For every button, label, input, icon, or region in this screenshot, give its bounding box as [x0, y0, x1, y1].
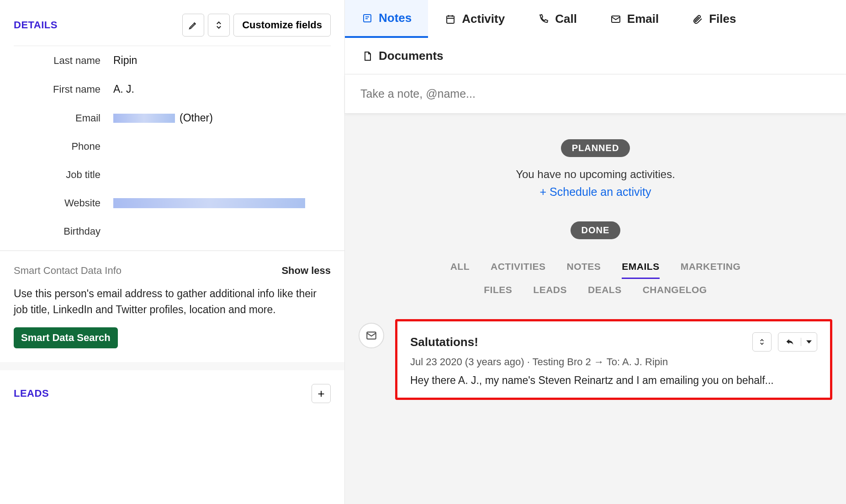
customize-fields-button[interactable]: Customize fields [233, 14, 331, 37]
tab-email[interactable]: Email [593, 0, 675, 38]
email-to-prefix: To: [607, 356, 620, 368]
smart-contact-section: Smart Contact Data Info Show less Use th… [0, 250, 344, 362]
details-actions: Customize fields [182, 14, 331, 37]
tab-label: Activity [462, 12, 505, 26]
email-from: Testing Bro 2 [532, 356, 591, 368]
planned-section: PLANNED You have no upcoming activities.… [345, 116, 846, 199]
email-card[interactable]: Salutations! [395, 319, 832, 400]
filter-deals[interactable]: DEALS [588, 284, 622, 301]
email-body-preview: Hey there A. J., my name's Steven Reinar… [410, 374, 817, 387]
reply-split-button [778, 332, 817, 352]
email-subject: Salutations! [410, 335, 478, 349]
field-label: First name [14, 84, 100, 95]
tabs-bar: Notes Activity Call Email [345, 0, 846, 74]
field-label: Email [14, 112, 100, 124]
field-birthday[interactable]: Birthday [0, 217, 344, 246]
note-composer[interactable] [345, 74, 846, 114]
edit-button[interactable] [182, 14, 204, 37]
filter-emails[interactable]: EMAILS [622, 261, 659, 279]
done-filters: ALL ACTIVITIES NOTES EMAILS MARKETING [345, 250, 846, 279]
tab-activity[interactable]: Activity [428, 0, 521, 38]
tab-files[interactable]: Files [675, 0, 752, 38]
smart-data-search-button[interactable]: Smart Data Search [14, 327, 118, 348]
chevrons-vertical-icon [214, 20, 223, 30]
field-label: Phone [14, 141, 100, 152]
reply-icon [785, 338, 795, 346]
schedule-activity-link[interactable]: + Schedule an activity [345, 185, 846, 199]
smart-description: Use this person's email address to gathe… [14, 286, 331, 317]
filter-leads[interactable]: LEADS [533, 284, 567, 301]
email-date: Jul 23 2020 (3 years ago) [410, 356, 524, 368]
filter-all[interactable]: ALL [450, 261, 470, 279]
tab-label: Email [627, 12, 659, 26]
smart-title: Smart Contact Data Info [14, 265, 122, 277]
filter-notes[interactable]: NOTES [566, 261, 601, 279]
field-last-name[interactable]: Last name Ripin [0, 46, 344, 75]
tab-label: Documents [379, 49, 444, 63]
email-type: (Other) [180, 112, 213, 124]
field-website[interactable]: Website [0, 189, 344, 217]
email-to: A. J. Ripin [622, 356, 668, 368]
paperclip-icon [692, 13, 703, 25]
caret-down-icon [806, 340, 812, 344]
filter-activities[interactable]: ACTIVITIES [491, 261, 546, 279]
phone-icon [538, 13, 550, 25]
reply-dropdown[interactable] [801, 340, 817, 344]
redacted-website [113, 198, 305, 208]
field-value: (Other) [113, 112, 213, 124]
activity-panel: Notes Activity Call Email [345, 0, 846, 504]
done-section: DONE [345, 199, 846, 250]
timeline-item: Salutations! [345, 301, 846, 414]
field-job-title[interactable]: Job title [0, 161, 344, 189]
reorder-button[interactable] [208, 14, 230, 37]
svg-rect-1 [447, 16, 454, 23]
done-filters-row2: FILES LEADS DEALS CHANGELOG [345, 279, 846, 301]
envelope-icon [610, 13, 622, 25]
tab-label: Notes [379, 11, 412, 25]
no-upcoming-text: You have no upcoming activities. [345, 168, 846, 181]
leads-section: LEADS + [0, 362, 344, 417]
pencil-icon [188, 20, 198, 30]
done-pill: DONE [571, 221, 621, 239]
field-phone[interactable]: Phone [0, 132, 344, 161]
tab-documents[interactable]: Documents [345, 38, 460, 74]
plus-icon: + [317, 387, 324, 401]
field-label: Last name [14, 55, 100, 67]
field-first-name[interactable]: First name A. J. [0, 75, 344, 104]
filter-changelog[interactable]: CHANGELOG [643, 284, 707, 301]
details-panel: DETAILS Customize fields Last name Ripin [0, 0, 345, 504]
filter-marketing[interactable]: MARKETING [681, 261, 741, 279]
tab-label: Call [555, 12, 577, 26]
field-value: A. J. [113, 83, 134, 95]
planned-pill: PLANNED [561, 139, 630, 157]
note-icon [361, 12, 373, 24]
calendar-icon [444, 13, 456, 25]
field-email[interactable]: Email (Other) [0, 104, 344, 132]
field-label: Website [14, 197, 100, 209]
tab-label: Files [709, 12, 736, 26]
chevrons-vertical-icon [758, 337, 766, 346]
tab-notes[interactable]: Notes [345, 0, 428, 38]
redacted-email [113, 114, 175, 123]
details-title: DETAILS [14, 19, 58, 31]
document-icon [361, 50, 373, 62]
leads-title: LEADS [14, 388, 49, 399]
note-input[interactable] [360, 87, 830, 100]
field-value: Ripin [113, 54, 137, 67]
reply-button[interactable] [778, 338, 801, 346]
add-lead-button[interactable]: + [312, 384, 331, 403]
email-actions [752, 332, 817, 352]
field-label: Job title [14, 169, 100, 181]
filter-files[interactable]: FILES [484, 284, 512, 301]
tab-call[interactable]: Call [521, 0, 593, 38]
timeline-email-icon [359, 323, 384, 348]
expand-button[interactable] [752, 332, 772, 352]
show-less-toggle[interactable]: Show less [281, 265, 331, 277]
field-value [113, 198, 305, 208]
email-meta: Jul 23 2020 (3 years ago) · Testing Bro … [410, 356, 817, 368]
field-label: Birthday [14, 226, 100, 237]
